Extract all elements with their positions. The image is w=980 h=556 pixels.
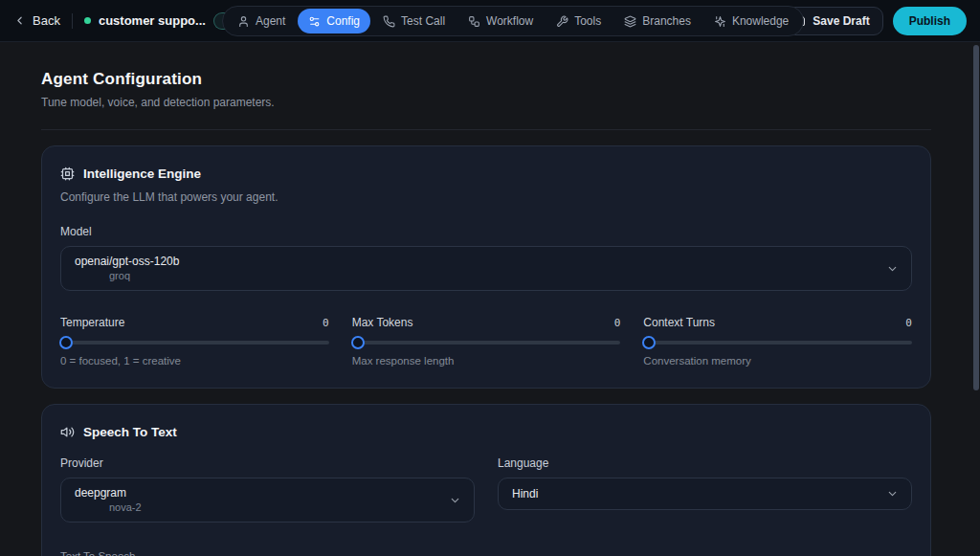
slider-thumb[interactable] bbox=[59, 336, 73, 349]
status-dot bbox=[84, 17, 91, 24]
vertical-scrollbar[interactable] bbox=[973, 45, 979, 390]
max-tokens-label: Max Tokens bbox=[352, 316, 413, 329]
tab-label: Tools bbox=[574, 14, 601, 28]
provider-model: nova-2 bbox=[75, 500, 439, 515]
slider-thumb[interactable] bbox=[642, 336, 656, 349]
tab-label: Test Call bbox=[401, 14, 445, 28]
topbar-left: Back customer suppo... LIVE bbox=[13, 12, 256, 30]
chevron-down-icon bbox=[449, 494, 461, 506]
temperature-label: Temperature bbox=[60, 316, 124, 329]
slider-row: Temperature 0 0 = focused, 1 = creative … bbox=[60, 316, 912, 367]
context-turns-help: Conversation memory bbox=[643, 355, 912, 367]
page-subtitle: Tune model, voice, and detection paramet… bbox=[41, 96, 931, 109]
user-icon bbox=[237, 15, 250, 28]
context-turns-value: 0 bbox=[905, 317, 912, 329]
max-tokens-field: Max Tokens 0 Max response length bbox=[352, 316, 621, 367]
model-label: Model bbox=[60, 225, 912, 238]
card-title: Speech To Text bbox=[83, 425, 177, 439]
provider-field: Provider deepgram nova-2 bbox=[60, 456, 475, 523]
card-header: Intelligence Engine bbox=[60, 167, 912, 181]
layers-icon bbox=[624, 15, 636, 28]
max-tokens-help: Max response length bbox=[352, 355, 621, 367]
context-turns-field: Context Turns 0 Conversation memory bbox=[643, 316, 912, 367]
phone-icon bbox=[383, 15, 395, 28]
tab-label: Agent bbox=[256, 14, 285, 28]
tts-field: Text To Speech Indus-hi-maya, IndusLabs,… bbox=[60, 550, 912, 556]
temperature-value: 0 bbox=[323, 317, 329, 329]
tab-workflow[interactable]: Workflow bbox=[457, 9, 544, 33]
wrench-icon bbox=[556, 15, 568, 28]
volume-icon bbox=[60, 425, 75, 439]
tts-label: Text To Speech bbox=[60, 550, 912, 556]
model-value: openai/gpt-oss-120b bbox=[75, 254, 877, 269]
model-provider: groq bbox=[75, 269, 877, 283]
page-header: Agent Configuration Tune model, voice, a… bbox=[41, 42, 931, 130]
cpu-icon bbox=[60, 167, 75, 181]
speech-to-text-card: Speech To Text Provider deepgram nova-2 … bbox=[41, 404, 931, 556]
tab-knowledge[interactable]: Knowledge bbox=[703, 9, 799, 33]
chevron-down-icon bbox=[886, 488, 899, 500]
max-tokens-slider[interactable] bbox=[352, 341, 621, 345]
back-label: Back bbox=[33, 13, 60, 28]
agent-name: customer suppo... bbox=[99, 13, 206, 28]
workflow-icon bbox=[468, 15, 480, 28]
stt-columns: Provider deepgram nova-2 Language Hindi bbox=[60, 456, 912, 523]
tab-label: Knowledge bbox=[732, 14, 789, 28]
language-field: Language Hindi bbox=[498, 456, 912, 510]
tab-config[interactable]: Config bbox=[298, 9, 370, 33]
tab-test-call[interactable]: Test Call bbox=[372, 9, 456, 33]
card-title: Intelligence Engine bbox=[83, 167, 201, 181]
topbar-right: Save Draft Publish bbox=[780, 7, 967, 35]
context-turns-slider[interactable] bbox=[643, 341, 912, 345]
tab-tools[interactable]: Tools bbox=[546, 9, 612, 33]
provider-select[interactable]: deepgram nova-2 bbox=[60, 478, 475, 523]
top-bar: Back customer suppo... LIVE Agent Config… bbox=[0, 0, 980, 42]
tab-label: Config bbox=[326, 14, 360, 28]
max-tokens-value: 0 bbox=[614, 317, 621, 329]
intelligence-engine-card: Intelligence Engine Configure the LLM th… bbox=[41, 145, 931, 389]
divider bbox=[41, 129, 931, 130]
language-select[interactable]: Hindi bbox=[498, 478, 912, 510]
language-value: Hindi bbox=[512, 486, 877, 501]
page-title: Agent Configuration bbox=[41, 70, 931, 89]
temperature-slider[interactable] bbox=[60, 341, 329, 345]
save-draft-label: Save Draft bbox=[813, 14, 869, 28]
temperature-help: 0 = focused, 1 = creative bbox=[60, 355, 329, 367]
divider bbox=[72, 13, 73, 29]
sliders-icon bbox=[308, 15, 321, 28]
back-button[interactable]: Back bbox=[13, 13, 60, 28]
chevron-left-icon bbox=[13, 14, 26, 27]
slider-thumb[interactable] bbox=[351, 336, 365, 349]
chevron-down-icon bbox=[886, 262, 899, 275]
tab-branches[interactable]: Branches bbox=[613, 9, 702, 33]
sparkles-icon bbox=[714, 15, 726, 28]
main-content: Agent Configuration Tune model, voice, a… bbox=[0, 42, 980, 556]
temperature-field: Temperature 0 0 = focused, 1 = creative bbox=[60, 316, 329, 367]
publish-button[interactable]: Publish bbox=[893, 7, 967, 35]
card-header: Speech To Text bbox=[60, 425, 912, 439]
provider-value: deepgram bbox=[75, 485, 439, 500]
model-select[interactable]: openai/gpt-oss-120b groq bbox=[60, 246, 912, 291]
language-label: Language bbox=[498, 456, 912, 470]
tab-label: Branches bbox=[642, 14, 691, 28]
tab-agent[interactable]: Agent bbox=[227, 9, 296, 33]
context-turns-label: Context Turns bbox=[643, 316, 715, 329]
provider-label: Provider bbox=[60, 456, 475, 470]
tab-label: Workflow bbox=[486, 14, 533, 28]
card-description: Configure the LLM that powers your agent… bbox=[60, 190, 912, 204]
tab-group: Agent Config Test Call Workflow Tools bbox=[222, 6, 804, 36]
